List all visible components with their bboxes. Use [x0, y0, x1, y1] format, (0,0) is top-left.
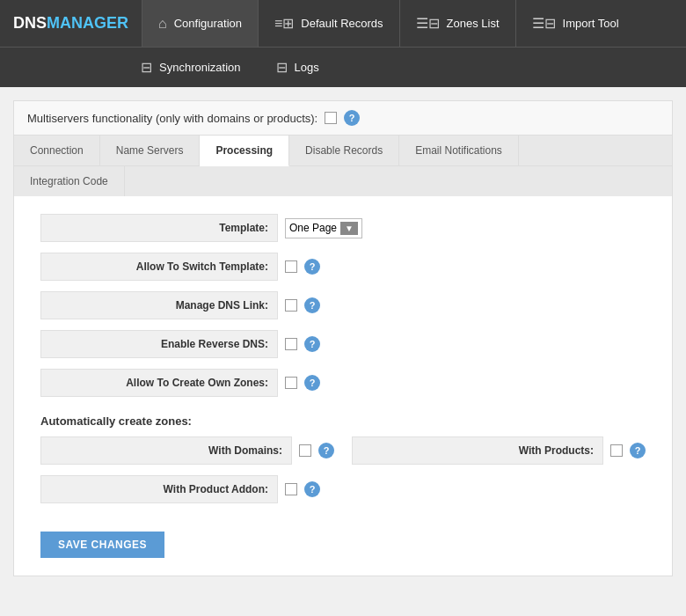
nav-item-zones-list[interactable]: ⊟ Zones List [399, 0, 515, 47]
multiservers-checkbox[interactable] [325, 112, 337, 124]
second-navigation: ⊟ Synchronization ⊟ Logs [0, 47, 686, 87]
save-button[interactable]: SAVE CHANGES [40, 532, 164, 558]
with-product-addon-label: With Product Addon: [40, 475, 278, 503]
enable-reverse-help-icon[interactable]: ? [304, 336, 320, 352]
allow-switch-row: Allow To Switch Template: ? [40, 253, 646, 281]
with-product-addon-checkbox[interactable] [285, 483, 297, 495]
nav-label-zones-list: Zones List [447, 17, 500, 30]
logo-manager: MANAGER [47, 14, 128, 33]
template-value: One Page [289, 222, 340, 234]
nav-item-default-records[interactable]: ⊞ Default Records [258, 0, 399, 47]
import-icon: ⊟ [532, 15, 556, 32]
template-row: Template: One Page ▼ [40, 214, 646, 242]
nav-label-synchronization: Synchronization [159, 61, 241, 74]
with-products-half: With Products: ? [352, 436, 646, 465]
with-domains-label: With Domains: [40, 436, 292, 465]
sliders-icon: ⊞ [274, 15, 294, 32]
sync-icon: ⊟ [141, 59, 152, 76]
logo: DNS MANAGER [0, 0, 142, 47]
with-product-addon-row: With Product Addon: ? [40, 475, 646, 503]
multiservers-help-icon[interactable]: ? [344, 110, 360, 126]
dropdown-arrow-icon[interactable]: ▼ [340, 222, 358, 235]
allow-create-checkbox[interactable] [285, 377, 297, 389]
main-content: Multiservers functionality (only with do… [0, 87, 686, 590]
with-products-checkbox[interactable] [610, 444, 623, 457]
tab-processing[interactable]: Processing [200, 136, 289, 166]
enable-reverse-input-cell: ? [278, 336, 320, 352]
tab-connection[interactable]: Connection [14, 136, 100, 165]
with-products-label: With Products: [352, 436, 603, 465]
with-domains-half: With Domains: ? [40, 436, 334, 465]
manage-dns-label: Manage DNS Link: [40, 291, 278, 319]
logs-icon: ⊟ [276, 59, 288, 76]
tab-name-servers[interactable]: Name Servers [100, 136, 201, 165]
nav-items: Configuration ⊞ Default Records ⊟ Zones … [142, 0, 686, 47]
logo-dns: DNS [13, 14, 47, 33]
multiservers-row: Multiservers functionality (only with do… [13, 100, 673, 136]
allow-switch-input-cell: ? [278, 259, 320, 275]
nav-item-import-tool[interactable]: ⊟ Import Tool [515, 0, 635, 47]
with-products-input: ? [603, 443, 646, 458]
enable-reverse-row: Enable Reverse DNS: ? [40, 330, 646, 358]
allow-create-help-icon[interactable]: ? [304, 375, 320, 391]
enable-reverse-label: Enable Reverse DNS: [40, 330, 278, 358]
with-domains-products-row: With Domains: ? With Products: ? [40, 436, 646, 465]
tabs-row-1: Connection Name Servers Processing Disab… [14, 136, 672, 166]
manage-dns-row: Manage DNS Link: ? [40, 291, 646, 319]
tab-disable-records[interactable]: Disable Records [289, 136, 399, 165]
nav-label-configuration: Configuration [174, 17, 242, 30]
allow-create-row: Allow To Create Own Zones: ? [40, 369, 646, 397]
with-products-help-icon[interactable]: ? [630, 443, 646, 458]
nav-item-configuration[interactable]: Configuration [142, 0, 258, 47]
manage-dns-input-cell: ? [278, 297, 320, 313]
nav-label-logs: Logs [295, 61, 319, 74]
with-domains-help-icon[interactable]: ? [318, 443, 334, 458]
top-navigation: DNS MANAGER Configuration ⊞ Default Reco… [0, 0, 686, 47]
second-nav-items: ⊟ Synchronization ⊟ Logs [123, 48, 686, 87]
tab-integration-code[interactable]: Integration Code [14, 166, 125, 196]
nav-item-logs[interactable]: ⊟ Logs [259, 48, 337, 87]
tab-email-notifications[interactable]: Email Notifications [399, 136, 519, 165]
allow-switch-checkbox[interactable] [285, 260, 297, 273]
enable-reverse-checkbox[interactable] [285, 338, 297, 350]
nav-label-import-tool: Import Tool [563, 17, 619, 30]
template-label: Template: [40, 214, 278, 242]
tabs-row-2: Integration Code [14, 166, 672, 196]
form-area: Template: One Page ▼ Allow To Switch Tem… [14, 196, 672, 576]
nav-item-synchronization[interactable]: ⊟ Synchronization [123, 48, 259, 87]
allow-switch-label: Allow To Switch Template: [40, 253, 278, 281]
template-input-cell: One Page ▼ [278, 218, 362, 238]
list-icon: ⊟ [416, 15, 440, 32]
multiservers-label: Multiservers functionality (only with do… [27, 112, 317, 125]
template-select[interactable]: One Page ▼ [285, 218, 362, 238]
allow-create-input-cell: ? [278, 375, 320, 391]
manage-dns-help-icon[interactable]: ? [304, 297, 320, 313]
with-product-addon-help-icon[interactable]: ? [304, 481, 320, 497]
with-domains-checkbox[interactable] [299, 444, 311, 457]
second-nav-spacer [0, 48, 123, 87]
allow-switch-help-icon[interactable]: ? [304, 259, 320, 275]
with-product-addon-input-cell: ? [278, 481, 320, 497]
with-domains-input: ? [292, 443, 334, 458]
tabs-container: Connection Name Servers Processing Disab… [13, 136, 673, 576]
allow-create-label: Allow To Create Own Zones: [40, 369, 278, 397]
manage-dns-checkbox[interactable] [285, 299, 297, 312]
auto-create-heading: Automatically create zones: [40, 414, 646, 428]
nav-label-default-records: Default Records [301, 17, 383, 30]
home-icon [158, 16, 167, 32]
